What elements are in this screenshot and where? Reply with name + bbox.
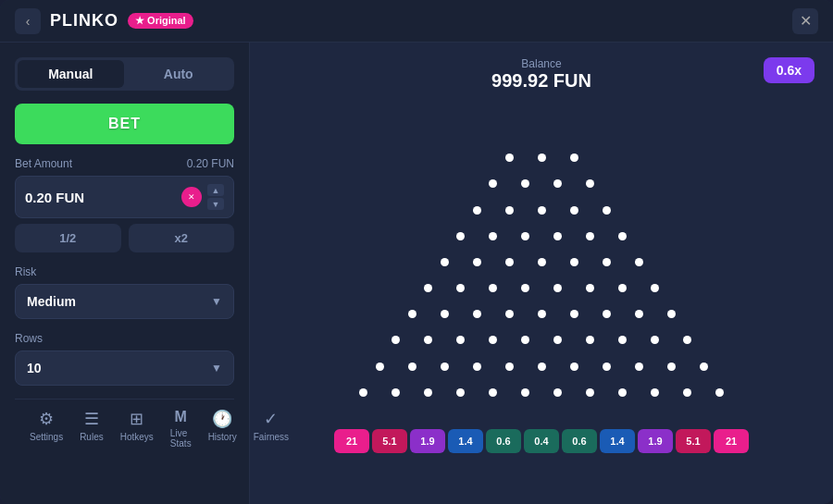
peg <box>618 388 627 397</box>
live-stats-label: Live Stats <box>170 428 192 449</box>
rows-value: 10 <box>27 361 42 375</box>
original-badge: ★ Original <box>128 13 193 29</box>
app-container: ‹ PLINKO ★ Original ✕ Manual Auto BET Be… <box>0 0 833 504</box>
live-stats-icon: M <box>175 409 187 425</box>
hotkeys-item[interactable]: ⊞ Hotkeys <box>120 409 154 449</box>
tab-manual[interactable]: Manual <box>18 60 124 88</box>
peg <box>715 388 724 397</box>
peg <box>489 336 497 344</box>
bucket: 0.4 <box>524 429 559 453</box>
bet-amount-section: Bet Amount 0.20 FUN 0.20 FUN ✕ ▲ ▼ 1/2 x… <box>15 157 234 252</box>
peg <box>473 310 481 318</box>
spin-down-button[interactable]: ▼ <box>207 198 224 210</box>
peg <box>521 179 529 188</box>
bucket: 21 <box>334 429 369 453</box>
peg <box>473 363 481 371</box>
peg <box>456 232 465 240</box>
live-stats-item[interactable]: M Live Stats <box>170 409 192 449</box>
peg <box>392 336 400 344</box>
main-content: Manual Auto BET Bet Amount 0.20 FUN 0.20… <box>0 43 833 504</box>
risk-value: Medium <box>27 294 76 309</box>
peg <box>538 310 546 318</box>
peg <box>505 258 514 266</box>
peg <box>586 179 594 188</box>
settings-icon: ⚙ <box>39 409 54 429</box>
history-label: History <box>208 432 237 442</box>
peg <box>424 388 432 397</box>
peg <box>651 336 659 344</box>
peg <box>667 363 676 371</box>
peg <box>683 336 691 344</box>
bet-label-row: Bet Amount 0.20 FUN <box>15 157 234 170</box>
hotkeys-label: Hotkeys <box>120 432 154 442</box>
hotkeys-icon: ⊞ <box>130 409 143 429</box>
bet-label: Bet Amount <box>15 157 72 170</box>
peg <box>489 388 497 397</box>
rows-label: Rows <box>15 332 234 345</box>
rows-chevron-icon: ▼ <box>211 362 222 375</box>
history-item[interactable]: 🕐 History <box>208 409 237 449</box>
peg <box>553 232 562 240</box>
bet-button[interactable]: BET <box>15 104 234 144</box>
bucket: 0.6 <box>486 429 521 453</box>
buckets-row: 215.11.91.40.60.40.61.41.95.121 <box>334 429 749 453</box>
close-button[interactable]: ✕ <box>792 8 818 34</box>
back-button[interactable]: ‹ <box>15 8 41 34</box>
risk-dropdown[interactable]: Medium ▼ <box>15 284 234 319</box>
peg <box>651 388 659 397</box>
peg <box>521 388 529 397</box>
bottom-bar: ⚙ Settings ☰ Rules ⊞ Hotkeys M Live Stat… <box>15 399 234 460</box>
peg <box>521 232 529 240</box>
peg <box>538 258 546 266</box>
peg <box>683 388 691 397</box>
settings-item[interactable]: ⚙ Settings <box>30 409 63 449</box>
peg <box>489 284 497 292</box>
risk-label: Risk <box>15 265 234 278</box>
peg <box>424 284 432 292</box>
tab-bar: Manual Auto <box>15 57 234 91</box>
peg <box>586 388 594 397</box>
peg <box>408 363 416 371</box>
peg <box>553 284 562 292</box>
peg <box>635 310 643 318</box>
currency-icon: ✕ <box>181 187 202 207</box>
peg <box>618 336 627 344</box>
peg <box>473 258 481 266</box>
rules-icon: ☰ <box>84 409 99 429</box>
peg <box>618 284 627 292</box>
peg <box>700 363 708 371</box>
rules-item[interactable]: ☰ Rules <box>80 409 104 449</box>
multiplier-badge: 0.6x <box>764 57 814 83</box>
peg <box>570 363 578 371</box>
peg <box>408 310 416 318</box>
peg <box>521 336 529 344</box>
double-button[interactable]: x2 <box>129 224 235 252</box>
peg <box>521 284 529 292</box>
risk-section: Risk Medium ▼ <box>15 265 234 319</box>
peg <box>570 206 578 215</box>
peg <box>586 284 594 292</box>
bet-input-value: 0.20 FUN <box>25 190 181 205</box>
peg <box>570 310 578 318</box>
peg <box>489 232 497 240</box>
bucket: 1.9 <box>638 429 673 453</box>
peg <box>603 310 611 318</box>
plinko-board: 215.11.91.40.60.40.61.41.95.121 <box>268 101 814 489</box>
peg <box>424 336 432 344</box>
peg <box>603 258 611 266</box>
rules-label: Rules <box>80 432 104 442</box>
rows-dropdown[interactable]: 10 ▼ <box>15 350 234 386</box>
peg <box>651 284 659 292</box>
peg <box>359 388 367 397</box>
peg <box>586 336 594 344</box>
bucket: 1.4 <box>600 429 635 453</box>
peg <box>635 363 643 371</box>
peg <box>441 310 449 318</box>
game-title: PLINKO <box>50 11 118 31</box>
half-button[interactable]: 1/2 <box>15 224 121 252</box>
peg <box>489 179 497 188</box>
tab-auto[interactable]: Auto <box>126 60 232 88</box>
peg <box>505 363 514 371</box>
bet-input-wrapper: 0.20 FUN ✕ ▲ ▼ <box>15 176 234 218</box>
spin-up-button[interactable]: ▲ <box>207 184 224 196</box>
